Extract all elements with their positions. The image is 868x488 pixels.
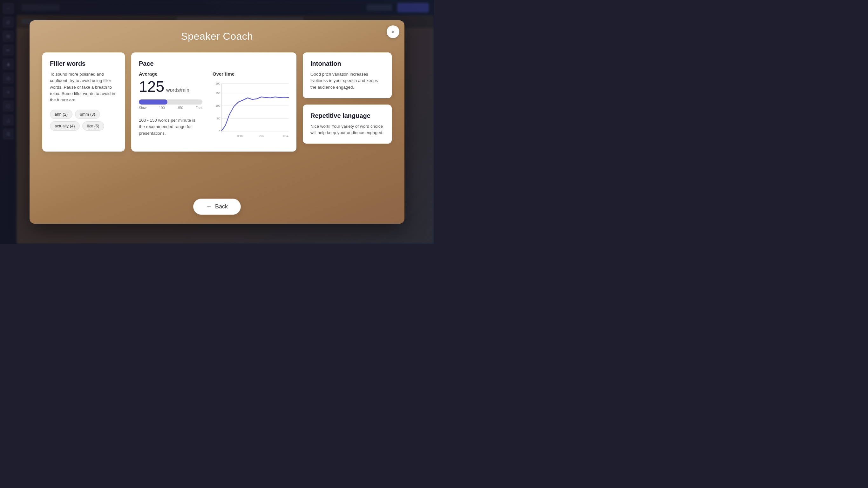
intonation-card: Intonation Good pitch variation increase… <box>303 53 392 98</box>
pace-left: Average 125 words/min Slow 100 <box>139 71 203 144</box>
repetitive-language-card: Repetitive language Nice work! Your vari… <box>303 104 392 144</box>
over-time-label: Over time <box>213 71 289 77</box>
intonation-title: Intonation <box>310 60 384 67</box>
pace-fast-label: Fast <box>196 106 203 110</box>
back-button-label: Back <box>215 203 228 210</box>
repetitive-title: Repetitive language <box>310 112 384 119</box>
modal-title: Speaker Coach <box>181 30 253 42</box>
right-column: Intonation Good pitch variation increase… <box>303 53 392 152</box>
pace-inner: Average 125 words/min Slow 100 <box>139 71 289 144</box>
pace-chart: 0 50 100 150 200 0:18 0:36 0:54 <box>213 81 289 144</box>
close-button[interactable]: × <box>387 25 399 38</box>
pace-info: 100 - 150 words per minute is the recomm… <box>139 117 203 136</box>
svg-text:50: 50 <box>217 117 220 120</box>
pace-wpm-unit: words/min <box>166 87 189 93</box>
pace-card: Pace Average 125 words/min <box>131 53 297 152</box>
pace-bar-fill <box>139 99 167 104</box>
back-button[interactable]: ← Back <box>193 199 241 215</box>
svg-text:0:36: 0:36 <box>259 134 264 138</box>
pace-number: 125 words/min <box>139 79 203 94</box>
svg-text:0:18: 0:18 <box>237 134 243 138</box>
svg-text:150: 150 <box>216 92 220 95</box>
filler-words-description: To sound more polished and confident, tr… <box>50 71 117 103</box>
repetitive-description: Nice work! Your variety of word choice w… <box>310 123 384 136</box>
pace-bar-container: Slow 100 150 Fast <box>139 99 203 110</box>
pace-slow-label: Slow <box>139 106 147 110</box>
modal-overlay: × Speaker Coach Filler words To sound mo… <box>0 0 434 244</box>
svg-text:0: 0 <box>219 130 220 133</box>
chip-umm: umm (3) <box>75 110 100 119</box>
pace-right: Over time <box>213 71 289 144</box>
filler-words-card: Filler words To sound more polished and … <box>42 53 125 152</box>
filler-chips: ahh (2) umm (3) actually (4) like (5) <box>50 110 117 130</box>
pace-wpm-value: 125 <box>139 79 164 94</box>
intonation-description: Good pitch variation increases livelines… <box>310 71 384 91</box>
svg-text:100: 100 <box>216 104 220 108</box>
chip-like: like (5) <box>82 121 104 130</box>
svg-text:0:54: 0:54 <box>283 134 288 138</box>
pace-bar-labels: Slow 100 150 Fast <box>139 106 203 110</box>
pace-100-label: 100 <box>159 106 164 110</box>
cards-row: Filler words To sound more polished and … <box>42 53 392 152</box>
filler-words-title: Filler words <box>50 60 117 67</box>
svg-text:200: 200 <box>216 82 220 85</box>
pace-bar-track <box>139 99 203 104</box>
chip-ahh: ahh (2) <box>50 110 72 119</box>
chip-actually: actually (4) <box>50 121 80 130</box>
close-icon: × <box>392 29 395 35</box>
pace-average-label: Average <box>139 71 203 77</box>
pace-150-label: 150 <box>177 106 183 110</box>
speaker-coach-modal: × Speaker Coach Filler words To sound mo… <box>30 20 404 224</box>
pace-title: Pace <box>139 60 289 67</box>
back-arrow-icon: ← <box>206 203 212 210</box>
chart-area: 0 50 100 150 200 0:18 0:36 0:54 <box>213 81 289 144</box>
